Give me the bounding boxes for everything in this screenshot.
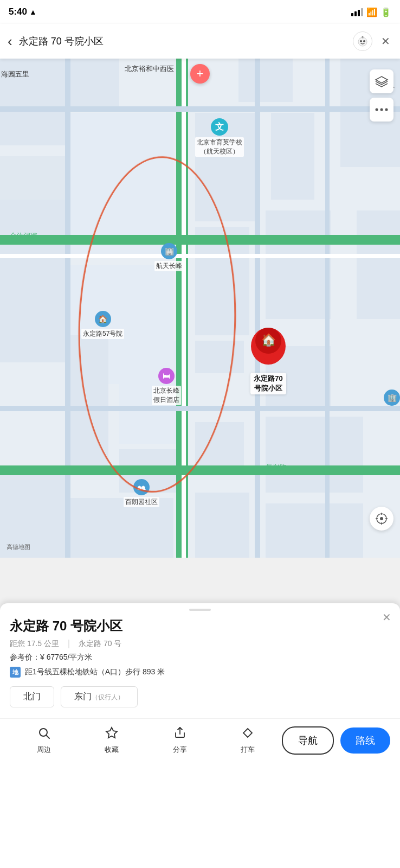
- back-button[interactable]: ‹: [8, 33, 12, 50]
- collect-button[interactable]: 收藏: [78, 726, 146, 755]
- collect-icon: [105, 726, 118, 743]
- gate-buttons: 北门 东门（仅行人）: [0, 686, 400, 707]
- map-background: 金沟河路 复兴路 文 北京市育英学校（航天校区） 🏢 航天长峰 🏠 永定路57号…: [0, 59, 400, 558]
- svg-point-4: [362, 36, 364, 38]
- nearby-icon: [37, 726, 50, 743]
- svg-point-10: [380, 108, 383, 111]
- share-icon: [173, 726, 186, 743]
- svg-marker-21: [243, 729, 252, 737]
- school-poi[interactable]: 文 北京市育英学校（航天校区）: [195, 118, 244, 157]
- panel-address: 永定路 70 号: [79, 639, 121, 649]
- navigate-button[interactable]: 导航: [282, 726, 334, 755]
- ai-assistant-button[interactable]: [353, 31, 372, 51]
- svg-point-0: [358, 37, 367, 46]
- north-gate-button[interactable]: 北门: [10, 686, 54, 707]
- search-query-text: 永定路 70 号院小区: [19, 35, 104, 48]
- status-time: 5:40: [9, 7, 27, 17]
- svg-point-2: [363, 40, 365, 42]
- search-close-button[interactable]: ✕: [379, 33, 392, 50]
- layers-button[interactable]: [370, 69, 393, 93]
- status-bar: 5:40 ▲ 📶 🔋: [0, 0, 400, 24]
- share-button[interactable]: 分享: [146, 726, 214, 755]
- taxi-button[interactable]: 打车: [214, 726, 282, 755]
- transit-icon: 地: [10, 667, 21, 678]
- svg-point-11: [385, 108, 388, 111]
- more-options-button[interactable]: [370, 98, 393, 122]
- fuxing-label: 复兴路: [266, 463, 287, 473]
- search-input-area[interactable]: 永定路 70 号院小区: [19, 30, 346, 52]
- panel-price: 参考价：¥ 67765/平方米: [0, 653, 400, 662]
- haiyuan-label: 海园五里: [1, 69, 29, 79]
- east-gate-button[interactable]: 东门（仅行人）: [61, 686, 138, 707]
- hangtianchf-label: 航天长峰: [154, 261, 184, 271]
- my-location-button[interactable]: [370, 507, 393, 531]
- svg-line-19: [46, 736, 49, 739]
- panel-meta: 距您 17.5 公里 ｜ 永定路 70 号: [0, 638, 400, 649]
- route-button[interactable]: 路线: [340, 727, 390, 754]
- hangtianchf-poi[interactable]: 🏢 航天长峰: [154, 243, 184, 271]
- bottom-panel: ✕ 永定路 70 号院小区 距您 17.5 公里 ｜ 永定路 70 号 参考价：…: [0, 603, 400, 868]
- hotel-poi[interactable]: 🛏 北京长峰假日酒店: [152, 368, 181, 405]
- panel-handle[interactable]: [189, 609, 211, 611]
- search-bar: ‹ 永定路 70 号院小区 ✕: [0, 24, 400, 59]
- nearby-label: 周边: [37, 745, 51, 755]
- location-arrow-icon: ▲: [29, 8, 37, 16]
- panel-distance: 距您 17.5 公里: [10, 639, 59, 649]
- school-label: 北京市育英学校（航天校区）: [195, 137, 244, 157]
- bailang-poi[interactable]: 🏘 百朗园社区: [124, 479, 159, 507]
- action-bar: 周边 收藏 分享: [0, 718, 400, 762]
- panel-title: 永定路 70 号院小区: [0, 617, 400, 635]
- main-poi-label: 永定路70号院小区: [250, 373, 286, 394]
- 57-poi[interactable]: 🏠 永定路57号院: [81, 311, 124, 339]
- collect-label: 收藏: [105, 745, 119, 755]
- hotel-label: 北京长峰假日酒店: [152, 386, 181, 405]
- transit-text: 距1号线五棵松地铁站（A口）步行 893 米: [25, 667, 165, 677]
- yiyuan-label: 北京裕和中西医: [125, 64, 174, 74]
- taxi-icon: [241, 726, 254, 743]
- panel-close-button[interactable]: ✕: [382, 611, 391, 624]
- signal-bars: [351, 8, 363, 16]
- 57-label: 永定路57号院: [81, 329, 124, 339]
- wifi-icon: 📶: [366, 7, 377, 17]
- svg-text:🏠: 🏠: [261, 333, 276, 347]
- share-label: 分享: [173, 745, 187, 755]
- svg-point-9: [376, 108, 378, 111]
- map-area[interactable]: 金沟河路 复兴路 文 北京市育英学校（航天校区） 🏢 航天长峰 🏠 永定路57号…: [0, 59, 400, 558]
- amap-watermark: 高德地图: [7, 543, 30, 551]
- add-button[interactable]: +: [190, 64, 210, 84]
- main-poi-70[interactable]: 🏠 永定路70号院小区: [249, 324, 287, 394]
- nearby-button[interactable]: 周边: [10, 726, 78, 755]
- svg-point-13: [380, 517, 383, 520]
- status-icons: 📶 🔋: [351, 7, 391, 17]
- panel-transit: 地 距1号线五棵松地铁站（A口）步行 893 米: [0, 667, 400, 678]
- right-poi[interactable]: 🏢: [384, 390, 400, 406]
- jinjiahe-label: 金沟河路: [10, 231, 38, 241]
- taxi-label: 打车: [241, 745, 255, 755]
- svg-point-1: [360, 40, 362, 42]
- battery-icon: 🔋: [380, 7, 391, 17]
- bailang-label: 百朗园社区: [124, 497, 159, 507]
